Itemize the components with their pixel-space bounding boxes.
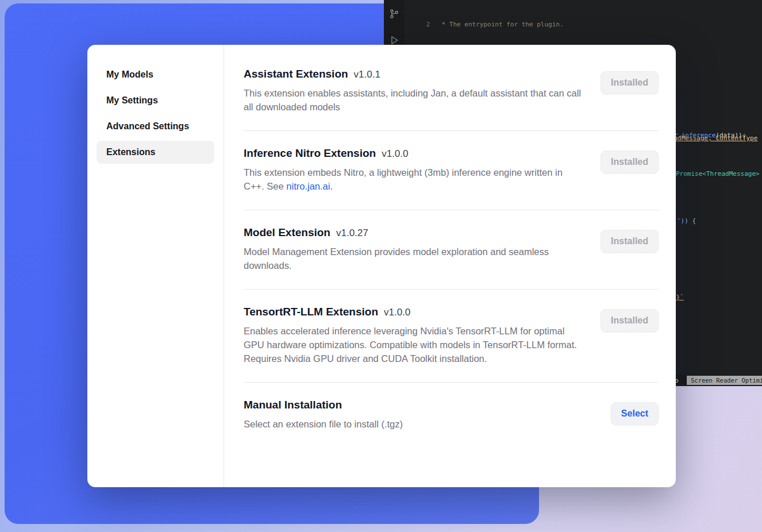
extension-title-line: Assistant Extensionv1.0.1 (244, 68, 582, 80)
extension-version: v1.0.1 (354, 69, 380, 80)
extension-name: Inference Nitro Extension (244, 147, 376, 159)
extension-version: v1.0.0 (382, 148, 408, 159)
manual-installation-title: Manual Installation (244, 399, 403, 411)
extension-row-tensorrt: TensortRT-LLM Extensionv1.0.0 Enables ac… (244, 290, 659, 383)
manual-installation-row: Manual Installation Select an extension … (244, 383, 659, 448)
installed-button[interactable]: Installed (601, 151, 659, 174)
extension-name: Assistant Extension (244, 68, 348, 80)
nitro-link[interactable]: nitro.jan.ai. (286, 181, 333, 191)
extension-version: v1.0.27 (336, 228, 368, 238)
extension-description: This extension enables assistants, inclu… (244, 86, 582, 114)
sidebar-item-extensions[interactable]: Extensions (97, 141, 214, 164)
extension-title-line: TensortRT-LLM Extensionv1.0.0 (244, 306, 582, 318)
select-file-button[interactable]: Select (611, 402, 659, 425)
code-fragment: Promise<ThreadMessage> (676, 170, 760, 178)
installed-button[interactable]: Installed (601, 309, 659, 332)
extension-title-line: Model Extensionv1.0.27 (244, 226, 582, 239)
sidebar-item-my-settings[interactable]: My Settings (97, 89, 214, 112)
extension-row-nitro: Inference Nitro Extensionv1.0.0 This ext… (244, 131, 659, 210)
extension-row-model: Model Extensionv1.0.27 Model Management … (244, 210, 659, 290)
source-control-icon[interactable] (388, 8, 400, 22)
extension-title-line: Inference Nitro Extensionv1.0.0 (244, 147, 582, 160)
extension-description: This extension embeds Nitro, a lightweig… (244, 165, 582, 193)
extension-description: Model Management Extension provides mode… (244, 245, 582, 272)
manual-installation-description: Select an extension file to install (.tg… (244, 417, 403, 431)
code-comment: * The entrypoint for the plugin. (438, 21, 564, 28)
settings-modal: My Models My Settings Advanced Settings … (87, 45, 676, 487)
settings-sidebar: My Models My Settings Advanced Settings … (87, 45, 224, 487)
code-fragment: ')) { (677, 217, 696, 225)
extension-version: v1.0.0 (384, 307, 410, 318)
screen-reader-status-chip[interactable]: Screen Reader Optimiz (687, 376, 762, 385)
extension-name: Model Extension (244, 226, 330, 238)
installed-button[interactable]: Installed (601, 71, 659, 94)
sidebar-item-advanced-settings[interactable]: Advanced Settings (97, 115, 214, 138)
extension-description: Enables accelerated inference leveraging… (244, 324, 582, 365)
extension-row-assistant: Assistant Extensionv1.0.1 This extension… (244, 52, 659, 131)
extension-name: TensortRT-LLM Extension (244, 306, 378, 318)
installed-button[interactable]: Installed (601, 230, 659, 253)
extensions-list: Assistant Extensionv1.0.1 This extension… (224, 45, 676, 487)
sidebar-item-my-models[interactable]: My Models (97, 63, 214, 86)
